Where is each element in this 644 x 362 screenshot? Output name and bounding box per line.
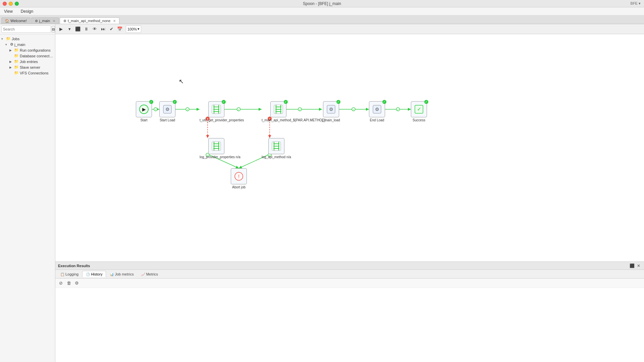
node-label: End Load [370, 118, 384, 122]
exec-tab-metrics[interactable]: 📈Metrics [138, 271, 162, 277]
svg-text:⚙: ⚙ [165, 107, 170, 112]
tree-node-label: VFS Connections [20, 71, 54, 75]
execution-results-header: Execution Results ⬛ ✕ [55, 262, 644, 270]
svg-text:✓: ✓ [417, 106, 421, 112]
svg-text:✓: ✓ [237, 108, 240, 111]
menu-view[interactable]: View [3, 8, 14, 14]
check-button[interactable]: ✔ [108, 25, 115, 33]
menubar: View Design [0, 7, 644, 15]
node-t_main_api[interactable]: ✓t_main_api_method_${PAR.API.METHOD} [262, 101, 295, 122]
node-box: ▶✓ [136, 101, 152, 117]
execution-content [55, 288, 644, 362]
tab-j_main[interactable]: ⚙j_main✕ [31, 17, 59, 24]
tree-node-icon: 📁 [14, 54, 19, 58]
execution-toolbar: ⊘ 🗑 ⚙ [55, 279, 644, 288]
tree-node-label: Database connectio... [20, 54, 54, 58]
tree-node-label: Jobs [12, 37, 54, 41]
close-panel-button[interactable]: ✕ [636, 263, 641, 268]
svg-point-0 [154, 108, 157, 111]
tree-node-run-configurations[interactable]: ▶📁Run configurations [0, 47, 55, 53]
tree-expander: ▶ [9, 66, 14, 69]
canvas-area: ▶ ▾ ⬛ ⏸ 👁 ⏭ ✔ 📅 100% ▾ [55, 24, 644, 362]
node-box: ⚙✓ [369, 101, 385, 117]
node-badge-green: ✓ [149, 100, 153, 104]
menu-design[interactable]: Design [19, 8, 35, 14]
svg-text:⚙: ⚙ [329, 107, 333, 112]
sidebar: ⊟ ⊞ ▾📁Jobs▾⚙j_main▶📁Run configurations📁D… [0, 24, 55, 362]
tree-node-database-connectio...[interactable]: 📁Database connectio... [0, 53, 55, 59]
svg-point-10 [396, 108, 400, 111]
run-dropdown[interactable]: ▾ [66, 25, 73, 33]
tab-welcome[interactable]: 🏠Welcome! [1, 17, 31, 24]
node-box: ✓ [208, 101, 224, 117]
exec-tab-history[interactable]: 🕐History [82, 271, 106, 277]
close-button[interactable] [3, 2, 7, 6]
svg-text:✓: ✓ [353, 108, 355, 111]
step-button[interactable]: ⏭ [99, 25, 107, 33]
node-badge-green: ✓ [222, 100, 226, 104]
schedule-button[interactable]: 📅 [116, 25, 123, 33]
exec-tab-icon: 🕐 [86, 273, 90, 276]
node-label: Abort job [232, 185, 246, 189]
node-start[interactable]: ▶✓Start [136, 101, 152, 122]
main-layout: 🏠Welcome!⚙j_main✕⚙t_main_api_method_none… [0, 15, 644, 362]
canvas[interactable]: ✓✓✓✓✓✓✕✕✓✓ ▶✓Start⚙✓Start Load✓t_util_ge… [55, 34, 644, 261]
sidebar-toolbar: ⊟ ⊞ [0, 24, 55, 35]
svg-point-4 [237, 108, 240, 111]
canvas-toolbar: ▶ ▾ ⬛ ⏸ 👁 ⏭ ✔ 📅 100% ▾ [55, 24, 644, 34]
tab-close[interactable]: ✕ [113, 19, 116, 23]
node-badge-green: ✓ [336, 100, 340, 104]
tab-t_main_api_method_none[interactable]: ⚙t_main_api_method_none✕ [60, 17, 119, 24]
workflow-arrows: ✓✓✓✓✓✓✕✕✓✓ [55, 34, 644, 261]
zoom-control[interactable]: 100% ▾ [126, 25, 141, 33]
search-input[interactable] [1, 25, 51, 33]
tree-node-j_main[interactable]: ▾⚙j_main [0, 42, 55, 47]
svg-text:✓: ✓ [299, 108, 301, 111]
maximize-button[interactable] [15, 2, 19, 6]
tree-node-job-entries[interactable]: ▶📁Job entries [0, 59, 55, 64]
node-log_api[interactable]: log_api_method n/a [262, 138, 291, 159]
exec-tab-label: History [91, 272, 102, 276]
tab-icon: ⚙ [35, 19, 38, 23]
node-t_util[interactable]: ✓t_util_get_provider_properties [200, 101, 233, 122]
bfe-label[interactable]: BFE ▾ [631, 1, 641, 6]
node-start_load[interactable]: ⚙✓Start Load [159, 101, 175, 122]
exec-tab-icon: 📋 [60, 273, 64, 276]
exec-tab-icon: 📊 [110, 273, 114, 276]
tree-node-label: Slave server [20, 65, 54, 69]
svg-text:✓: ✓ [155, 108, 157, 111]
tree-node-slave-server[interactable]: ▶📁Slave server [0, 64, 55, 70]
preview-button[interactable]: 👁 [91, 25, 98, 33]
tab-icon: ⚙ [63, 19, 66, 23]
pause-button[interactable]: ⏸ [83, 25, 90, 33]
svg-point-2 [186, 108, 189, 111]
tab-icon: 🏠 [5, 19, 9, 23]
node-box: ✓ [270, 101, 286, 117]
node-badge-green: ✓ [173, 100, 177, 104]
node-label: t_main_api_method_${PAR.API.METHOD} [262, 118, 295, 122]
node-success[interactable]: ✓✓Success [411, 101, 427, 122]
zoom-dropdown-icon: ▾ [138, 27, 140, 31]
node-log_provider[interactable]: log_provider_properties n/a [200, 138, 233, 159]
node-label: log_api_method n/a [262, 155, 291, 159]
window-controls [3, 2, 19, 6]
minimize-button[interactable] [9, 2, 13, 6]
tab-close[interactable]: ✕ [53, 19, 55, 23]
exec-stop-button[interactable]: ⊘ [57, 280, 64, 287]
node-end_load[interactable]: ⚙✓End Load [369, 101, 385, 122]
exec-tab-job_metrics[interactable]: 📊Job metrics [106, 271, 137, 277]
node-abort[interactable]: !Abort job [231, 168, 247, 189]
sidebar-collapse-button[interactable]: ⊟ [52, 26, 55, 33]
exec-settings-button[interactable]: ⚙ [73, 280, 80, 287]
tree-expander: ▶ [9, 49, 14, 52]
content-area: ⊟ ⊞ ▾📁Jobs▾⚙j_main▶📁Run configurations📁D… [0, 24, 644, 362]
exec-delete-button[interactable]: 🗑 [65, 280, 72, 287]
run-button[interactable]: ▶ [57, 25, 65, 33]
exec-tab-logging[interactable]: 📋Logging [57, 271, 82, 277]
expand-panel-button[interactable]: ⬛ [629, 263, 635, 268]
stop-button[interactable]: ⬛ [74, 25, 82, 33]
tree-node-jobs[interactable]: ▾📁Jobs [0, 36, 55, 42]
tree-node-vfs-connections[interactable]: 📁VFS Connections [0, 70, 55, 76]
node-j_main_load[interactable]: ⚙✓j_main_load [322, 101, 340, 122]
tree-node-icon: 📁 [14, 48, 19, 52]
